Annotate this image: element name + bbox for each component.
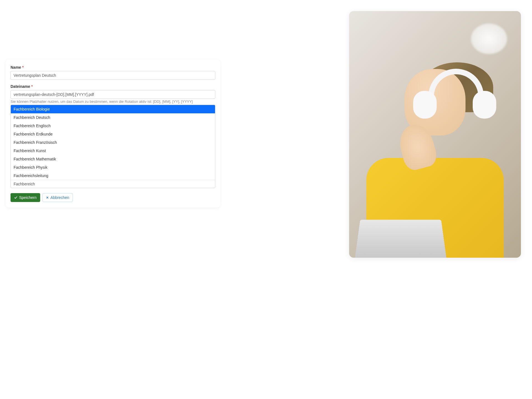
dropdown-item-deutsch[interactable]: Fachbereich Deutsch	[11, 113, 215, 122]
close-icon	[46, 196, 49, 199]
dropdown-list: Fachbereich Biologie Fachbereich Deutsch…	[11, 105, 215, 188]
filename-input[interactable]	[11, 90, 215, 99]
cancel-button[interactable]: Abbrechen	[42, 193, 73, 202]
filename-label-text: Dateiname	[11, 84, 30, 89]
dropdown-item-erdkunde[interactable]: Fachbereich Erdkunde	[11, 130, 215, 138]
dropdown-search-input[interactable]: Fachbereich	[11, 180, 215, 188]
page-container: Name * Dateiname * Sie können Platzhalte…	[0, 0, 532, 399]
dropdown-item-englisch[interactable]: Fachbereich Englisch	[11, 122, 215, 130]
dropdown-item-biologie[interactable]: Fachbereich Biologie	[11, 105, 215, 113]
dropdown-item-leitung[interactable]: Fachbereichsleitung	[11, 172, 215, 180]
form-card: Name * Dateiname * Sie können Platzhalte…	[6, 60, 220, 208]
check-icon	[14, 196, 17, 199]
photo-headphones	[415, 76, 498, 131]
hero-photo	[349, 11, 521, 258]
name-label: Name *	[11, 65, 215, 70]
filename-helper: Sie können Platzhalter nutzen, um das Da…	[11, 99, 215, 104]
dropdown-item-mathematik[interactable]: Fachbereich Mathematik	[11, 155, 215, 163]
dropdown-item-franzoesisch[interactable]: Fachbereich Französisch	[11, 138, 215, 147]
save-button-label: Speichern	[19, 195, 37, 200]
dropdown-item-physik[interactable]: Fachbereich Physik	[11, 163, 215, 172]
name-label-text: Name	[11, 65, 21, 70]
filename-label: Dateiname *	[11, 84, 215, 89]
name-input[interactable]	[11, 71, 215, 80]
required-asterisk: *	[31, 84, 33, 89]
photo-person	[349, 36, 521, 258]
cancel-button-label: Abbrechen	[50, 195, 69, 200]
save-button[interactable]: Speichern	[11, 193, 40, 202]
button-row: Speichern Abbrechen	[11, 193, 215, 202]
photo-laptop	[355, 219, 447, 258]
dropdown-item-kunst[interactable]: Fachbereich Kunst	[11, 147, 215, 155]
required-asterisk: *	[22, 65, 24, 70]
